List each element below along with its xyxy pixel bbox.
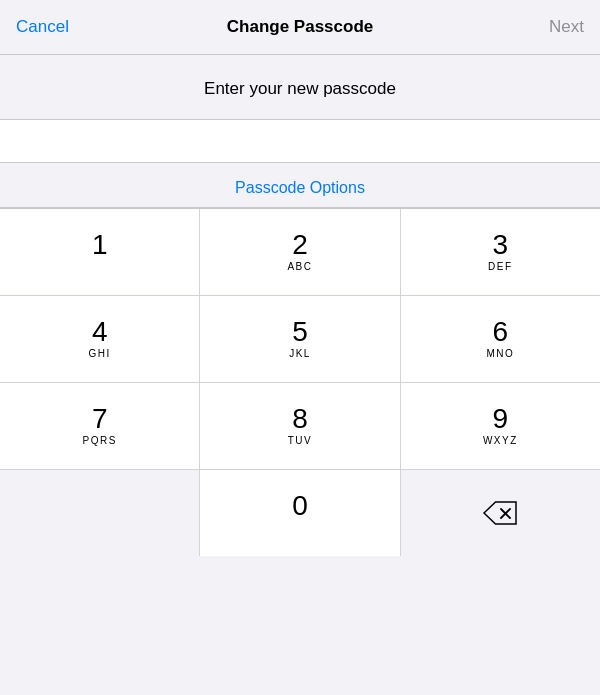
- key-6-button[interactable]: 6MNO: [401, 296, 600, 382]
- key-7-letters: PQRS: [82, 435, 116, 447]
- key-2-number: 2: [292, 231, 308, 259]
- prompt-text: Enter your new passcode: [204, 79, 396, 98]
- key-1-number: 1: [92, 231, 108, 259]
- key-2-button[interactable]: 2ABC: [200, 209, 399, 295]
- key-zero-button[interactable]: 0: [200, 470, 399, 556]
- key-4-letters: GHI: [89, 348, 111, 360]
- key-7-number: 7: [92, 405, 108, 433]
- key-zero-number: 0: [292, 492, 308, 520]
- key-3-number: 3: [493, 231, 509, 259]
- backspace-icon: [482, 500, 518, 526]
- key-1-button[interactable]: 1: [0, 209, 199, 295]
- next-button[interactable]: Next: [549, 9, 584, 45]
- key-8-letters: TUV: [288, 435, 313, 447]
- passcode-options-button[interactable]: Passcode Options: [235, 179, 365, 197]
- key-9-letters: WXYZ: [483, 435, 518, 447]
- cancel-button[interactable]: Cancel: [16, 9, 69, 45]
- key-5-button[interactable]: 5JKL: [200, 296, 399, 382]
- key-6-number: 6: [493, 318, 509, 346]
- key-2-letters: ABC: [287, 261, 312, 273]
- key-6-letters: MNO: [486, 348, 514, 360]
- key-3-letters: DEF: [488, 261, 513, 273]
- key-4-button[interactable]: 4GHI: [0, 296, 199, 382]
- navigation-bar: Cancel Change Passcode Next: [0, 0, 600, 55]
- key-8-button[interactable]: 8TUV: [200, 383, 399, 469]
- key-backspace-button[interactable]: [401, 470, 600, 556]
- passcode-dots-section: [0, 119, 600, 163]
- page-title: Change Passcode: [227, 17, 373, 37]
- key-5-number: 5: [292, 318, 308, 346]
- key-8-number: 8: [292, 405, 308, 433]
- key-empty: [0, 470, 199, 556]
- options-section: Passcode Options: [0, 163, 600, 208]
- prompt-section: Enter your new passcode: [0, 55, 600, 119]
- key-9-number: 9: [493, 405, 509, 433]
- key-7-button[interactable]: 7PQRS: [0, 383, 199, 469]
- keypad-bottom-row: 0: [0, 469, 600, 556]
- key-5-letters: JKL: [289, 348, 311, 360]
- keypad-grid: 12ABC3DEF4GHI5JKL6MNO7PQRS8TUV9WXYZ: [0, 208, 600, 469]
- key-9-button[interactable]: 9WXYZ: [401, 383, 600, 469]
- key-4-number: 4: [92, 318, 108, 346]
- key-3-button[interactable]: 3DEF: [401, 209, 600, 295]
